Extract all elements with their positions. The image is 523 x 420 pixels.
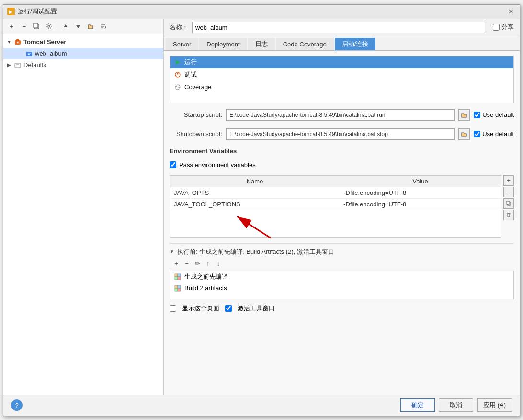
delete-icon — [506, 212, 512, 218]
before-launch-item-artifacts[interactable]: Build 2 artifacts — [170, 283, 513, 294]
activate-window-label: 激活工具窗口 — [238, 304, 275, 313]
dialog-footer: ? 确定 取消 应用 (A) — [3, 395, 520, 416]
svg-point-2 — [48, 25, 50, 27]
tab-deployment[interactable]: Deployment — [199, 38, 247, 50]
run-mode-run-icon — [174, 58, 182, 66]
remove-config-button[interactable]: − — [19, 21, 29, 32]
tab-log[interactable]: 日志 — [248, 38, 275, 50]
env-side-buttons: + − — [503, 175, 514, 238]
left-toolbar: + − — [3, 19, 163, 34]
before-launch-expand-arrow: ▼ — [170, 249, 174, 254]
before-launch-remove-button[interactable]: − — [182, 259, 192, 269]
config-tree: ▼ Tomcat Server — [3, 34, 163, 395]
expand-arrow-defaults: ▶ — [6, 62, 12, 68]
tree-item-web-album[interactable]: web_album — [3, 48, 163, 59]
svg-rect-6 — [26, 52, 32, 56]
run-mode-run-label: 运行 — [184, 58, 197, 67]
run-mode-coverage-label: Coverage — [184, 83, 211, 91]
activate-window-checkbox[interactable] — [225, 305, 232, 312]
startup-use-default-checkbox[interactable] — [474, 112, 480, 118]
expand-arrow-tomcat: ▼ — [6, 39, 12, 45]
tree-item-defaults[interactable]: ▶ Defaults — [3, 59, 163, 71]
web-album-icon — [25, 50, 33, 57]
help-button[interactable]: ? — [11, 399, 23, 411]
env-var-row-java-tool-options[interactable]: JAVA_TOOL_OPTIONS -Dfile.encoding=UTF-8 — [170, 198, 501, 210]
run-mode-run[interactable]: 运行 — [170, 56, 513, 68]
env-add-button[interactable]: + — [503, 175, 514, 186]
copy-config-button[interactable] — [31, 21, 42, 32]
run-mode-debug-icon — [174, 71, 182, 79]
before-launch-up-button[interactable]: ↑ — [203, 259, 213, 269]
artifacts-icon-svg — [174, 284, 182, 292]
show-page-checkbox[interactable] — [170, 305, 176, 312]
before-launch-edit-button[interactable]: ✏ — [193, 259, 202, 269]
share-checkbox[interactable] — [493, 24, 500, 31]
copy-icon2 — [506, 201, 512, 206]
sort-button[interactable] — [98, 21, 108, 32]
svg-rect-1 — [34, 23, 38, 28]
add-config-button[interactable]: + — [6, 21, 17, 32]
shutdown-use-default: Use default — [474, 130, 514, 137]
settings-icon — [45, 23, 52, 30]
svg-rect-19 — [175, 285, 178, 288]
shutdown-script-row: Shutdown script: Use default — [170, 128, 514, 140]
copy-icon — [33, 23, 40, 30]
share-label: 分享 — [501, 23, 514, 32]
env-delete-button[interactable] — [503, 210, 514, 220]
shutdown-use-default-label: Use default — [482, 130, 514, 137]
browse-icon — [461, 112, 467, 118]
svg-rect-17 — [175, 277, 178, 280]
before-launch-add-button[interactable]: + — [171, 259, 181, 269]
pass-env-checkbox[interactable] — [170, 161, 176, 168]
startup-script-input[interactable] — [226, 109, 455, 121]
svg-point-10 — [177, 73, 179, 74]
show-page-label: 显示这个页面 — [182, 304, 219, 313]
before-launch-artifacts-label: Build 2 artifacts — [184, 284, 227, 292]
run-mode-debug[interactable]: 调试 — [170, 68, 513, 81]
tomcat-server-icon — [14, 38, 22, 46]
shutdown-script-input[interactable] — [226, 128, 455, 140]
run-mode-coverage-icon — [174, 83, 182, 91]
close-button[interactable]: ✕ — [506, 7, 516, 16]
pass-env-row: Pass environment variables — [170, 161, 514, 169]
move-down-button[interactable] — [73, 21, 83, 32]
tab-coverage[interactable]: Code Coverage — [276, 38, 334, 50]
settings-button[interactable] — [44, 21, 54, 32]
startup-use-default-label: Use default — [482, 111, 514, 118]
shutdown-script-browse-button[interactable] — [458, 128, 470, 140]
before-launch-section: ▼ 执行前: 生成之前先编译, Build Artifacts (2), 激活工… — [170, 243, 514, 313]
cancel-button[interactable]: 取消 — [439, 398, 473, 412]
startup-tab-content: 运行 调试 — [164, 51, 520, 395]
name-input[interactable] — [192, 22, 485, 33]
svg-rect-16 — [178, 274, 181, 277]
env-var-row-java-opts[interactable]: JAVA_OPTS -Dfile.encoding=UTF-8 — [170, 187, 501, 198]
startup-script-browse-button[interactable] — [458, 109, 470, 121]
up-arrow-icon — [63, 23, 68, 29]
content-area: + − — [3, 19, 520, 395]
svg-rect-4 — [16, 39, 19, 41]
env-table-name-header: Name — [170, 176, 340, 187]
env-remove-button[interactable]: − — [503, 187, 514, 197]
svg-point-5 — [17, 41, 19, 43]
env-copy-button[interactable] — [503, 198, 514, 209]
web-album-label: web_album — [35, 50, 67, 57]
tree-item-tomcat-server[interactable]: ▼ Tomcat Server — [3, 36, 163, 48]
before-launch-item-compile[interactable]: 生成之前先编译 — [170, 271, 513, 283]
tab-startup[interactable]: 启动/连接 — [335, 38, 376, 50]
pass-env-label: Pass environment variables — [179, 161, 256, 169]
compile-icon — [174, 273, 182, 281]
title-bar-left: ▶ 运行/调试配置 — [7, 7, 57, 16]
tomcat-icon-svg — [14, 38, 22, 46]
move-up-button[interactable] — [60, 21, 71, 32]
before-launch-down-button[interactable]: ↓ — [214, 259, 223, 269]
defaults-label: Defaults — [23, 61, 46, 68]
shutdown-use-default-checkbox[interactable] — [474, 131, 480, 137]
env-var-value-java-opts: -Dfile.encoding=UTF-8 — [340, 187, 501, 198]
dialog-icon: ▶ — [7, 8, 15, 15]
tab-server[interactable]: Server — [166, 38, 198, 50]
ok-button[interactable]: 确定 — [400, 398, 435, 412]
move-to-group-button[interactable] — [85, 21, 96, 32]
run-mode-coverage[interactable]: Coverage — [170, 81, 513, 93]
sort-icon — [100, 23, 106, 30]
apply-button[interactable]: 应用 (A) — [477, 398, 512, 412]
